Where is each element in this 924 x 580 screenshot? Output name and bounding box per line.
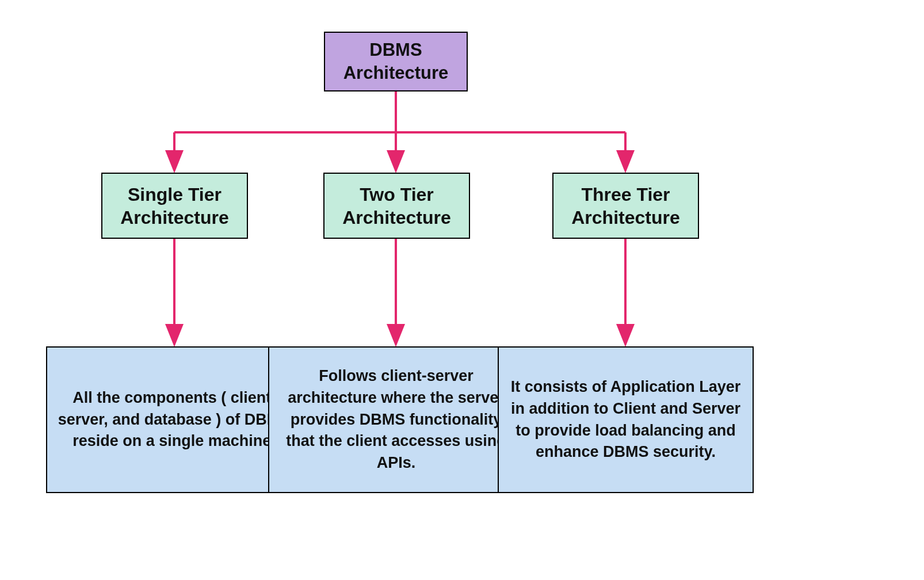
root-title: DBMSArchitecture (343, 39, 449, 85)
diagram-container: DBMSArchitecture Single TierArchitecture… (0, 0, 924, 580)
tier-node-single: Single TierArchitecture (101, 173, 248, 239)
tier-node-three: Three TierArchitecture (552, 173, 699, 239)
tier-title: Single TierArchitecture (120, 183, 229, 229)
desc-node-two: Follows client-server architecture where… (268, 346, 524, 493)
tier-title: Three TierArchitecture (571, 183, 680, 229)
desc-text: All the components ( client, server, and… (56, 387, 292, 452)
tier-node-two: Two TierArchitecture (323, 173, 470, 239)
desc-text: Follows client-server architecture where… (278, 365, 514, 474)
desc-text: It consists of Application Layer in addi… (508, 376, 743, 463)
desc-node-single: All the components ( client, server, and… (46, 346, 302, 493)
tier-title: Two TierArchitecture (342, 183, 451, 229)
desc-node-three: It consists of Application Layer in addi… (498, 346, 754, 493)
root-node: DBMSArchitecture (324, 32, 468, 91)
